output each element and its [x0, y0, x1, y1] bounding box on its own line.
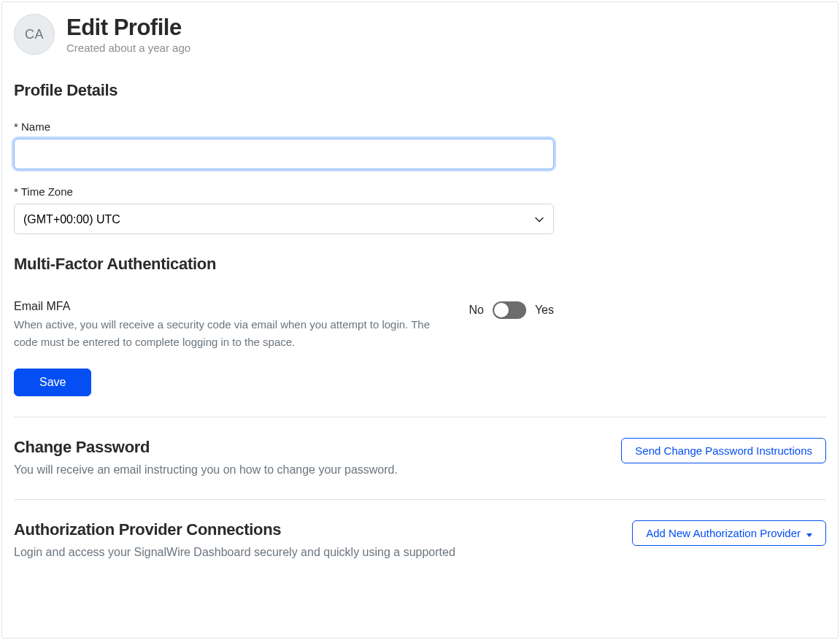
email-mfa-description: When active, you will receive a security… — [14, 316, 439, 351]
caret-down-icon — [806, 527, 812, 539]
add-auth-provider-label: Add New Authorization Provider — [646, 527, 801, 539]
mfa-section: Multi-Factor Authentication Email MFA Wh… — [14, 255, 826, 396]
toggle-yes-label: Yes — [535, 304, 554, 317]
send-password-instructions-label: Send Change Password Instructions — [635, 444, 812, 457]
name-label: * Name — [14, 120, 554, 133]
name-input[interactable] — [14, 139, 554, 169]
timezone-field-group: * Time Zone (GMT+00:00) UTC — [14, 185, 554, 234]
profile-details-section: Profile Details * Name * Time Zone (GMT+… — [14, 81, 826, 234]
save-button-label: Save — [39, 376, 66, 389]
svg-marker-0 — [806, 533, 812, 537]
email-mfa-label: Email MFA — [14, 300, 439, 313]
mfa-heading: Multi-Factor Authentication — [14, 255, 826, 274]
header-text: Edit Profile Created about a year ago — [66, 15, 190, 55]
send-password-instructions-button[interactable]: Send Change Password Instructions — [621, 438, 826, 463]
page-header: CA Edit Profile Created about a year ago — [14, 14, 826, 55]
toggle-no-label: No — [469, 304, 483, 317]
add-auth-provider-button[interactable]: Add New Authorization Provider — [632, 520, 826, 546]
toggle-knob — [494, 303, 509, 317]
email-mfa-toggle-group: No Yes — [469, 300, 554, 319]
save-button[interactable]: Save — [14, 369, 91, 396]
page-subtitle: Created about a year ago — [66, 42, 190, 54]
change-password-description: You will receive an email instructing yo… — [14, 461, 488, 479]
auth-provider-section: Authorization Provider Connections Login… — [14, 520, 826, 561]
divider — [14, 499, 826, 500]
profile-details-heading: Profile Details — [14, 81, 826, 100]
divider — [14, 417, 826, 417]
change-password-heading: Change Password — [14, 438, 488, 457]
auth-provider-description: Login and access your SignalWire Dashboa… — [14, 544, 488, 561]
auth-provider-heading: Authorization Provider Connections — [14, 520, 488, 539]
name-field-group: * Name — [14, 120, 554, 169]
timezone-select[interactable]: (GMT+00:00) UTC — [14, 204, 554, 234]
change-password-section: Change Password You will receive an emai… — [14, 438, 826, 479]
page-title: Edit Profile — [66, 15, 190, 41]
email-mfa-toggle[interactable] — [493, 301, 526, 319]
timezone-label: * Time Zone — [14, 185, 554, 198]
avatar-initials: CA — [25, 27, 44, 42]
avatar: CA — [14, 14, 55, 55]
